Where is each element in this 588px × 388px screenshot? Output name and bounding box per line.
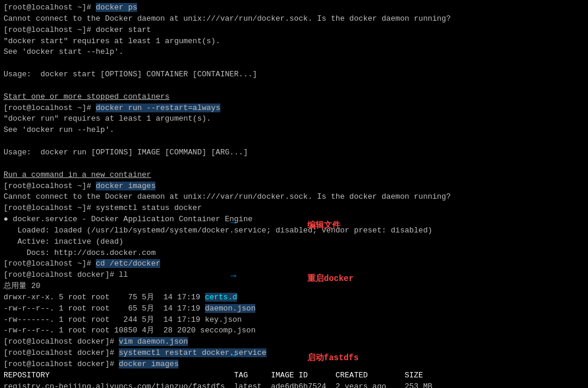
images-table-row: registry.cn-beijing.aliyuncs.com/tianzuo… — [4, 381, 584, 388]
line-14: Usage: docker run [OPTIONS] IMAGE [COMMA… — [4, 147, 584, 159]
line-blank3 — [4, 136, 584, 147]
line-31: [root@localhost docker]# vim daemon.json — [4, 337, 584, 348]
annotation-restart-docker: 重启docker — [307, 273, 353, 284]
line-23: Docs: http://docs.docker.com — [4, 248, 584, 259]
line-22: Active: inactive (dead) — [4, 237, 584, 248]
images-table-header: REPOSITORY TAG IMAGE ID CREATED SIZE — [4, 370, 584, 381]
line-20: ● docker.service - Docker Application Co… — [4, 214, 584, 225]
line-10: [root@localhost ~]# docker run --restart… — [4, 103, 584, 114]
line-27: drwxr-xr-x. 5 root root 75 5月 14 17:19 c… — [4, 292, 584, 303]
line-5: See 'docker start --help'. — [4, 47, 584, 58]
line-blank1 — [4, 58, 584, 69]
arrow-edit-file: → — [230, 218, 236, 228]
arrow-restart-docker: → — [230, 271, 236, 282]
line-blank2 — [4, 80, 584, 92]
line-24: [root@localhost ~]# cd /etc/docker — [4, 258, 584, 270]
line-26: 总用量 20 — [4, 281, 584, 292]
line-29: -rw-------. 1 root root 244 5月 14 17:19 … — [4, 315, 584, 326]
line-19: [root@localhost ~]# systemctl status doc… — [4, 203, 584, 214]
terminal-window: [root@localhost ~]# docker ps Cannot con… — [0, 0, 588, 388]
line-12: See 'docker run --help'. — [4, 125, 584, 136]
line-2: Cannot connect to the Docker daemon at u… — [4, 14, 584, 25]
annotation-edit-file: 编辑文件 — [307, 220, 340, 231]
line-18: Cannot connect to the Docker daemon at u… — [4, 192, 584, 203]
line-blank4 — [4, 159, 584, 170]
line-1: [root@localhost ~]# docker ps — [4, 2, 584, 14]
line-9: Start one or more stopped containers — [4, 92, 584, 103]
annotation-start-fastdfs: 启动fastdfs — [307, 353, 359, 363]
line-16: Run a command in a new container — [4, 170, 584, 181]
line-33: [root@localhost docker]# docker images — [4, 359, 584, 370]
line-17: [root@localhost ~]# docker images — [4, 181, 584, 192]
line-21: Loaded: loaded (/usr/lib/systemd/system/… — [4, 225, 584, 237]
line-32: [root@localhost docker]# systemctl resta… — [4, 348, 584, 359]
arrow-start-fastdfs: → — [230, 350, 236, 361]
line-30: -rw-r--r--. 1 root root 10850 4月 28 2020… — [4, 325, 584, 337]
line-25: [root@localhost docker]# ll — [4, 270, 584, 281]
line-7: Usage: docker start [OPTIONS] CONTAINER … — [4, 69, 584, 80]
line-11: "docker run" requires at least 1 argumen… — [4, 114, 584, 125]
line-4: "docker start" requires at least 1 argum… — [4, 36, 584, 47]
line-3: [root@localhost ~]# docker start — [4, 25, 584, 36]
line-28: -rw-r--r--. 1 root root 65 5月 14 17:19 d… — [4, 303, 584, 315]
